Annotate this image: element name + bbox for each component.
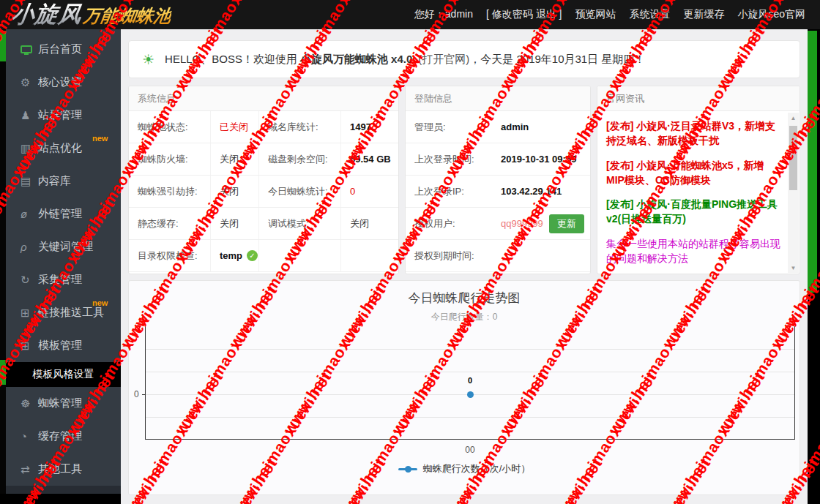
logo-primary-text: 小旋风 [10, 0, 84, 30]
document-icon: ▤ [20, 175, 38, 188]
nav-refresh-cache[interactable]: 更新缓存 [683, 8, 724, 21]
bar-chart-icon: ▥ [20, 142, 38, 155]
sys-value: 关闭 [211, 208, 259, 239]
login-row: 授权到期时间: [406, 240, 590, 272]
top-nav: 您好：admin [ 修改密码 退出 ] 预览网站 系统设置 更新缓存 小旋风s… [414, 8, 820, 21]
login-label: 管理员: [406, 121, 492, 134]
x-axis-label: 00 [465, 445, 474, 455]
sys-value: 0 [341, 176, 398, 207]
panel-title: 登陆信息 [406, 86, 590, 111]
nav-system-settings[interactable]: 系统设置 [629, 8, 670, 21]
greeting-text: 您好：admin [414, 8, 473, 21]
sidebar: 后台首页 ⚙ 核心设置 ♟ 站群管理 ▥ 站点优化 new ▤ 内容库 [0, 29, 121, 504]
sys-label: 域名库统计: [259, 111, 341, 143]
grid-icon: ⊞ [20, 306, 38, 320]
top-header: 小旋风 万能蜘蛛池 您好：admin [ 修改密码 退出 ] 预览网站 系统设置… [0, 0, 820, 29]
active-indicator-template-style [0, 360, 6, 385]
sidebar-item-label: 链接推送工具 [38, 306, 104, 320]
sys-label: 调试模式: [259, 208, 341, 239]
gridline [146, 417, 794, 418]
sidebar-item-label: 站群管理 [38, 108, 82, 122]
welcome-prefix: HELLO、BOSS！欢迎使用 [165, 53, 297, 67]
nav-official-site[interactable]: 小旋风seo官网 [737, 8, 805, 21]
sys-label: 目录权限检查: [129, 240, 211, 271]
y-axis-label: 0 [134, 389, 139, 399]
sidebar-item-label: 模板管理 [38, 339, 82, 353]
scroll-down-icon[interactable]: ▼ [788, 263, 799, 273]
sidebar-item-label: 内容库 [38, 174, 71, 188]
sidebar-item-cache-manage[interactable]: ◔ 缓存管理 [6, 420, 121, 453]
sidebar-item-other-tools[interactable]: ⇄ 其他工具 [6, 453, 121, 486]
welcome-product: 小旋风万能蜘蛛池 x4.0 [300, 53, 412, 67]
scrollbar-thumb[interactable] [789, 126, 797, 190]
sidebar-item-spider-manage[interactable]: ☸ 蜘蛛管理 [6, 387, 121, 420]
system-row: 静态缓存: 关闭 调试模式: 关闭 [129, 208, 398, 240]
scroll-up-icon[interactable]: ▲ [788, 113, 799, 123]
login-label: 上次登录IP: [406, 185, 492, 198]
sidebar-item-content-library[interactable]: ▤ 内容库 [6, 165, 121, 198]
sys-value: 关闭 [341, 208, 398, 239]
main-content: ☀ HELLO、BOSS！欢迎使用 小旋风万能蜘蛛池 x4.0 (打开官网) ，… [121, 29, 808, 504]
sidebar-item-site-optimize[interactable]: ▥ 站点优化 new [6, 132, 121, 165]
news-item[interactable]: 集合一些使用本站的站群程序容易出现的问题和解决方法 [606, 236, 782, 266]
key-icon: ρ [20, 241, 38, 253]
new-badge: new [92, 134, 108, 143]
sidebar-item-label: 站点优化 [38, 141, 82, 155]
sidebar-item-home[interactable]: 后台首页 [6, 33, 121, 66]
login-value: 103.42.29.141 [492, 186, 590, 197]
sidebar-item-collection[interactable]: ↻ 采集管理 [6, 263, 121, 296]
panel-title: 官网资讯 [597, 86, 800, 111]
sys-value: 已关闭 [211, 111, 259, 143]
chart-legend[interactable]: 蜘蛛爬行次数（次/小时） [129, 462, 800, 475]
news-list: [发布] 小旋风·泛目录站群V3，新增支持泛域名、新版模板干扰 [发布] 小旋风… [597, 111, 800, 274]
admin-dashboard: 小旋风 万能蜘蛛池 您好：admin [ 修改密码 退出 ] 预览网站 系统设置… [0, 0, 820, 504]
new-badge: new [92, 298, 108, 307]
sys-empty-cell [259, 240, 341, 271]
update-button[interactable]: 更新 [549, 214, 584, 233]
right-edge-strip [808, 29, 820, 504]
news-scrollbar[interactable]: ▲ ▼ [788, 113, 799, 273]
data-point[interactable] [467, 391, 474, 398]
gridline [146, 349, 794, 350]
news-item[interactable]: [发布] 小旋风·百度批量PING推送工具v2(日推送量百万) [606, 197, 782, 227]
system-info-panel: 系统信息 蜘蛛池状态: 已关闭 域名库统计: 1497 蜘蛛防火墙: 关闭 磁盘… [128, 86, 399, 274]
sidebar-item-template-manage[interactable]: ⊞ 模板管理 [6, 329, 121, 362]
sun-icon: ☀ [142, 51, 154, 68]
sidebar-item-label: 关键词管理 [38, 240, 93, 254]
sys-label: 今日蜘蛛统计: [259, 176, 341, 207]
sys-value: 1497 [341, 111, 398, 143]
sidebar-footer-strip [6, 486, 121, 494]
sys-label: 蜘蛛池状态: [129, 111, 211, 143]
sidebar-item-label: 其他工具 [38, 462, 82, 476]
login-row: 管理员: admin [406, 111, 590, 143]
sidebar-item-core-settings[interactable]: ⚙ 核心设置 [6, 66, 121, 99]
refresh-icon: ↻ [20, 274, 38, 287]
sidebar-item-keywords[interactable]: ρ 关键词管理 [6, 230, 121, 263]
sidebar-subitem-label: 模板风格设置 [33, 368, 94, 381]
sys-value: temp ✓ [211, 240, 259, 271]
open-official-site-link[interactable]: (打开官网) [418, 53, 469, 67]
sidebar-item-external-links[interactable]: ø 外链管理 [6, 198, 121, 230]
right-green-bar [808, 31, 817, 293]
sidebar-item-link-push-tools[interactable]: ⊞ 链接推送工具 new [6, 296, 121, 329]
system-row: 蜘蛛防火墙: 关闭 磁盘剩余空间: 69.54 GB [129, 143, 398, 176]
check-circle-icon: ✓ [247, 250, 258, 261]
sidebar-item-site-group[interactable]: ♟ 站群管理 [6, 99, 121, 132]
system-row: 蜘蛛强引劫持: 关闭 今日蜘蛛统计: 0 [129, 176, 398, 208]
nav-preview-site[interactable]: 预览网站 [575, 8, 616, 21]
system-row: 蜘蛛池状态: 已关闭 域名库统计: 1497 [129, 111, 398, 143]
auth-user-value: qq999999 [501, 218, 543, 229]
chart-subtitle: 今日爬行数量：0 [129, 311, 800, 323]
legend-label: 蜘蛛爬行次数（次/小时） [423, 462, 531, 475]
sys-value: 关闭 [211, 143, 259, 175]
news-item[interactable]: [发布] 小旋风·泛目录站群V3，新增支持泛域名、新版模板干扰 [606, 119, 782, 148]
login-label: 授权到期时间: [406, 249, 492, 263]
login-value: 2019-10-31 09:59 [492, 154, 590, 165]
sys-label: 蜘蛛强引劫持: [129, 176, 211, 207]
news-item[interactable]: [发布] 小旋风·万能蜘蛛池x5，新增MIP模块、CC防御模块 [606, 158, 782, 188]
nav-change-password-logout[interactable]: [ 修改密码 退出 ] [486, 8, 562, 21]
panel-title: 系统信息 [129, 86, 398, 111]
sidebar-item-label: 蜘蛛管理 [38, 396, 82, 410]
logo-secondary-text: 万能蜘蛛池 [81, 4, 172, 28]
sidebar-subitem-template-style[interactable]: 模板风格设置 [6, 362, 121, 387]
